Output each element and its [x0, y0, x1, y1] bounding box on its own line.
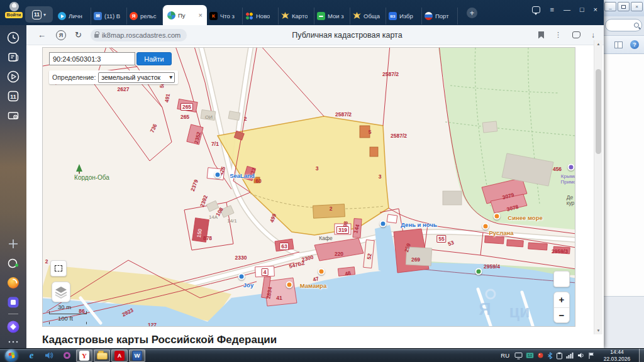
tab-10[interactable]: ВЗИзбр — [386, 8, 422, 25]
yandex-browser-icon[interactable]: Y — [76, 349, 92, 362]
tab-counter-icon[interactable]: 11 — [6, 89, 20, 103]
map-canvas[interactable]: 26277365054912652652352ОИ7/1425427602258… — [42, 47, 575, 327]
refresh-icon[interactable]: ↻ — [75, 31, 82, 39]
close-icon[interactable]: × — [631, 2, 643, 11]
start-button[interactable] — [1, 349, 22, 362]
profile-icon[interactable] — [6, 256, 20, 270]
bookmark-icon[interactable] — [538, 31, 544, 39]
internet-explorer-icon[interactable]: e — [23, 349, 40, 362]
show-desktop-button[interactable] — [639, 349, 644, 362]
new-tab-button[interactable]: + — [467, 8, 477, 18]
adobe-reader-icon[interactable]: A — [111, 349, 128, 362]
login-badge: Войти — [5, 12, 23, 18]
taskbar: eYAW RU 14:44 22.03.2026 — [0, 348, 644, 362]
player-icon[interactable] — [6, 70, 20, 84]
collections-icon[interactable] — [572, 31, 580, 38]
display-icon[interactable] — [514, 352, 523, 359]
scroll-down-icon[interactable]: ▼ — [594, 327, 602, 334]
restore-icon[interactable] — [618, 2, 630, 11]
green-app-icon — [317, 12, 325, 20]
scale-bar: 30 m 100 ft — [49, 304, 87, 325]
scale-line — [49, 311, 87, 314]
browser-window: Войти 11 ▾ Личн✉(11) ВЯрельсПу×КЧто зНов… — [0, 0, 604, 348]
more-options-icon[interactable]: ⋮ — [555, 31, 562, 38]
word-icon[interactable]: W — [129, 349, 145, 362]
comments-icon[interactable] — [532, 6, 540, 13]
blue-app-icon: ВЗ — [389, 12, 397, 20]
close-icon[interactable]: × — [594, 6, 597, 13]
measure-button[interactable] — [50, 260, 67, 277]
browser-ring-icon[interactable] — [58, 349, 75, 362]
tab-title: Порт — [435, 13, 449, 19]
tab-5[interactable]: КЧто з — [207, 8, 243, 25]
history-icon[interactable] — [6, 31, 20, 45]
tab-8[interactable]: Мои з — [314, 8, 350, 25]
tab-title: рельс — [140, 13, 157, 19]
background-window-body — [603, 54, 644, 296]
volume-mixer-icon[interactable] — [41, 349, 57, 362]
tab-1[interactable]: Личн — [55, 8, 91, 25]
browser-toolbar: ← Я ↻ ik8map.roscadastres.com Публичная … — [26, 25, 604, 45]
page-scrollbar[interactable]: ▲ ▼ — [594, 40, 602, 334]
tab-11[interactable]: Порт — [422, 8, 458, 25]
minimize-icon[interactable]: _ — [604, 2, 616, 11]
tab-4[interactable]: Пу× — [163, 5, 207, 25]
background-window: _ × ? — [602, 0, 644, 348]
search-input[interactable] — [605, 19, 642, 31]
address-bar[interactable]: ik8map.roscadastres.com — [91, 29, 187, 41]
menu-icon[interactable]: ≡ — [550, 6, 553, 13]
profile-button[interactable]: Войти — [3, 2, 25, 18]
cadastre-icon — [167, 11, 175, 19]
maximize-icon[interactable]: □ — [580, 6, 584, 13]
alice-icon[interactable] — [6, 320, 20, 334]
screens-icon[interactable] — [6, 109, 20, 123]
tab-count-value: 11 — [32, 10, 42, 19]
system-tray: RU 14:44 22.03.2026 — [501, 349, 644, 362]
download-icon[interactable]: ↓ — [591, 31, 595, 40]
telegram-icon — [58, 12, 66, 20]
apps-icon[interactable] — [6, 295, 20, 309]
back-icon[interactable]: ← — [38, 31, 46, 39]
pane-icon[interactable] — [614, 41, 623, 48]
tab-3[interactable]: Ярельс — [127, 8, 163, 25]
scale-feet: 100 ft — [49, 315, 87, 322]
lock-icon — [94, 34, 99, 38]
zoom-in-button[interactable]: + — [554, 292, 569, 308]
signal-icon[interactable] — [566, 352, 574, 359]
network-display-icon[interactable] — [526, 352, 534, 359]
speaker-icon[interactable] — [577, 352, 585, 359]
definition-label: Определение: — [52, 74, 96, 81]
scroll-up-icon[interactable]: ▲ — [594, 40, 602, 48]
minimize-icon[interactable]: — — [564, 6, 570, 13]
tab-6[interactable]: Ново — [243, 8, 279, 25]
tab-7[interactable]: Карто — [279, 8, 314, 25]
tab-count-button[interactable]: 11 ▾ — [25, 6, 53, 23]
more-icon[interactable] — [6, 339, 20, 344]
definition-select[interactable]: земельный участок ▾ — [98, 72, 175, 83]
help-icon[interactable]: ? — [630, 40, 639, 49]
flag-icon[interactable] — [588, 352, 595, 359]
zoom-out-button[interactable]: − — [554, 308, 569, 323]
sidebar-divider — [8, 314, 18, 314]
kinopoisk-icon: К — [209, 12, 218, 20]
file-explorer-icon[interactable] — [94, 349, 110, 362]
tabs-board-icon[interactable] — [6, 50, 20, 64]
yandex-button[interactable]: Я — [56, 30, 66, 40]
scrollbar-thumb[interactable] — [596, 69, 601, 154]
tab-2[interactable]: ✉(11) В — [91, 8, 127, 25]
language-indicator[interactable]: RU — [501, 352, 509, 359]
parcel-search-input[interactable] — [49, 52, 135, 65]
tab-close-icon[interactable]: × — [199, 12, 203, 19]
bluetooth-icon[interactable] — [547, 352, 553, 359]
clipboard-icon[interactable] — [556, 352, 563, 359]
music-icon[interactable] — [6, 276, 20, 290]
find-button[interactable]: Найти — [136, 52, 172, 65]
tab-title: Личн — [69, 13, 82, 19]
taskbar-clock[interactable]: 14:44 22.03.2026 — [601, 349, 633, 362]
plus-icon[interactable] — [6, 237, 20, 251]
fullscreen-button[interactable] — [553, 271, 570, 287]
tab-9[interactable]: Обща — [350, 8, 386, 25]
layers-button[interactable] — [52, 282, 70, 302]
antivirus-icon[interactable] — [537, 352, 544, 359]
tab-title: Ново — [256, 13, 270, 19]
